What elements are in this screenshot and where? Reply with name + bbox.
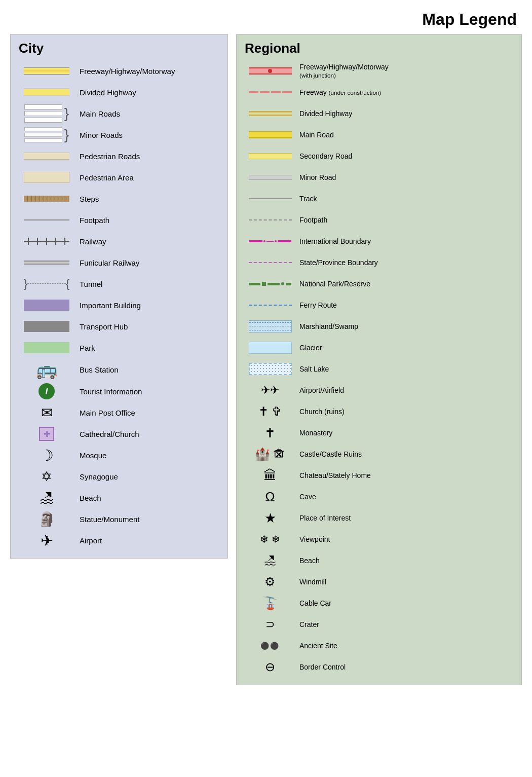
r-national-park-symbol bbox=[245, 282, 295, 286]
list-item: ⚫⚫ Ancient Site bbox=[245, 636, 513, 655]
list-item: Steps bbox=[19, 189, 219, 208]
border-control-icon: ⊖ bbox=[265, 660, 275, 674]
park-label: Park bbox=[74, 344, 219, 352]
list-item: 🚌 Bus Station bbox=[19, 359, 219, 380]
star-icon: ★ bbox=[264, 510, 276, 526]
footpath-symbol bbox=[19, 219, 74, 220]
list-item: Main Road bbox=[245, 125, 513, 144]
mosque-label: Mosque bbox=[74, 451, 219, 460]
info-icon: i bbox=[39, 383, 55, 399]
r-national-park-label: National Park/Reserve bbox=[295, 280, 513, 288]
important-building-label: Important Building bbox=[74, 301, 219, 310]
cave-icon: Ω bbox=[265, 489, 275, 505]
list-item: Freeway/Highway/Motorway(with junction) bbox=[245, 61, 513, 81]
list-item: Footpath bbox=[245, 210, 513, 230]
r-poi-symbol: ★ bbox=[245, 510, 295, 526]
railway-label: Railway bbox=[74, 237, 219, 246]
r-footpath-label: Footpath bbox=[295, 216, 513, 224]
r-castle-label: Castle/Castle Ruins bbox=[295, 450, 513, 458]
r-secondary-road-symbol bbox=[245, 153, 295, 159]
viewpoint-icon: ❄ ❄ bbox=[260, 533, 280, 545]
r-salt-lake-symbol bbox=[245, 363, 295, 375]
r-crater-symbol: ⊃ bbox=[245, 618, 295, 631]
church-icon: ✝ ✞ bbox=[258, 404, 282, 419]
list-item: National Park/Reserve bbox=[245, 274, 513, 293]
list-item: International Boundary bbox=[245, 232, 513, 251]
statue-icon: 🗿 bbox=[38, 511, 56, 528]
divided-hwy-symbol bbox=[19, 88, 74, 96]
list-item: ✛ Cathedral/Church bbox=[19, 424, 219, 443]
r-minor-road-symbol bbox=[245, 175, 295, 180]
r-viewpoint-symbol: ❄ ❄ bbox=[245, 533, 295, 545]
list-item: ✈✈ Airport/Airfield bbox=[245, 381, 513, 400]
city-title: City bbox=[19, 41, 219, 56]
tourist-info-label: Tourist Information bbox=[74, 387, 219, 396]
funicular-symbol bbox=[19, 259, 74, 266]
r-divided-hwy-symbol bbox=[245, 111, 295, 116]
list-item: 🏖 Beach bbox=[19, 488, 219, 507]
cable-car-icon: 🚡 bbox=[262, 596, 278, 610]
list-item: Marshland/Swamp bbox=[245, 317, 513, 336]
city-beach-symbol: 🏖 bbox=[19, 490, 74, 506]
statue-label: Statue/Monument bbox=[74, 515, 219, 524]
mosque-symbol: ☽ bbox=[19, 447, 74, 464]
post-office-symbol: ✉ bbox=[19, 404, 74, 421]
list-item: Transport Hub bbox=[19, 317, 219, 336]
list-item: Railway bbox=[19, 232, 219, 251]
pedestrian-area-label: Pedestrian Area bbox=[74, 173, 219, 182]
r-monastery-label: Monastery bbox=[295, 429, 513, 437]
r-ferry-symbol bbox=[245, 305, 295, 306]
list-item: ⊃ Crater bbox=[245, 615, 513, 634]
footpath-label: Footpath bbox=[74, 216, 219, 225]
list-item: Ω Cave bbox=[245, 487, 513, 506]
list-item: } { Tunnel bbox=[19, 274, 219, 293]
r-intl-boundary-symbol bbox=[245, 240, 295, 242]
monastery-icon: ✝ bbox=[264, 425, 276, 441]
cathedral-label: Cathedral/Church bbox=[74, 430, 219, 438]
list-item: ✝ ✞ Church (ruins) bbox=[245, 402, 513, 421]
tourist-info-symbol: i bbox=[19, 383, 74, 399]
r-beach-label: Beach bbox=[295, 557, 513, 565]
divided-hwy-label: Divided Highway bbox=[74, 88, 219, 97]
pedestrian-roads-symbol bbox=[19, 153, 74, 160]
list-item: ★ Place of Interest bbox=[245, 508, 513, 528]
list-item: 🗿 Statue/Monument bbox=[19, 509, 219, 529]
castle-icon: 🏰 🏚 bbox=[255, 447, 286, 461]
r-crater-label: Crater bbox=[295, 620, 513, 628]
beach-icon: 🏖 bbox=[40, 490, 54, 506]
list-item: Freeway (under construction) bbox=[245, 83, 513, 102]
regional-title: Regional bbox=[245, 41, 513, 56]
r-ferry-label: Ferry Route bbox=[295, 301, 513, 309]
r-track-label: Track bbox=[295, 195, 513, 203]
r-border-control-label: Border Control bbox=[295, 663, 513, 671]
list-item: Important Building bbox=[19, 295, 219, 315]
r-intl-boundary-label: International Boundary bbox=[295, 237, 513, 245]
r-windmill-label: Windmill bbox=[295, 578, 513, 586]
list-item: ⊖ Border Control bbox=[245, 657, 513, 677]
r-state-boundary-symbol bbox=[245, 262, 295, 263]
list-item: Track bbox=[245, 189, 513, 208]
list-item: ✈ Airport bbox=[19, 531, 219, 550]
bus-station-symbol: 🚌 bbox=[19, 359, 74, 380]
ancient-site-icon: ⚫⚫ bbox=[260, 642, 280, 650]
r-glacier-label: Glacier bbox=[295, 344, 513, 352]
post-icon: ✉ bbox=[41, 404, 53, 421]
city-beach-label: Beach bbox=[74, 494, 219, 502]
r-freeway-construction-label: Freeway (under construction) bbox=[295, 88, 513, 96]
cathedral-icon: ✛ bbox=[39, 427, 54, 441]
list-item: 🚡 Cable Car bbox=[245, 594, 513, 613]
r-poi-label: Place of Interest bbox=[295, 514, 513, 522]
r-monastery-symbol: ✝ bbox=[245, 425, 295, 441]
list-item: ✝ Monastery bbox=[245, 423, 513, 442]
r-castle-symbol: 🏰 🏚 bbox=[245, 447, 295, 461]
transport-hub-symbol bbox=[19, 321, 74, 332]
r-salt-lake-label: Salt Lake bbox=[295, 365, 513, 373]
steps-symbol bbox=[19, 195, 74, 202]
pedestrian-area-symbol bbox=[19, 172, 74, 183]
r-cave-symbol: Ω bbox=[245, 489, 295, 505]
bus-station-label: Bus Station bbox=[74, 365, 219, 374]
pedestrian-roads-label: Pedestrian Roads bbox=[74, 152, 219, 161]
r-main-road-symbol bbox=[245, 131, 295, 138]
r-ancient-site-symbol: ⚫⚫ bbox=[245, 642, 295, 650]
crater-icon: ⊃ bbox=[265, 618, 275, 631]
